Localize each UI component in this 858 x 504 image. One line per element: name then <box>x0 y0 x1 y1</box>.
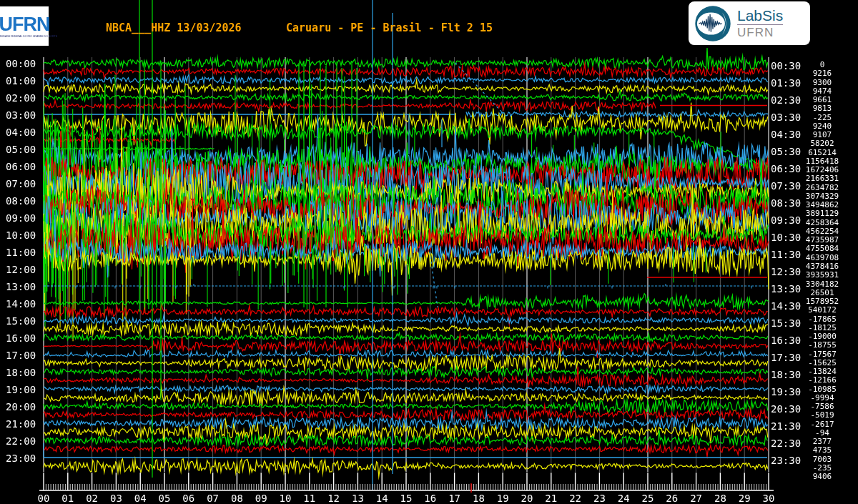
left-time-label: 21:00 <box>6 418 36 430</box>
amplitude-value: 2166331 <box>789 174 856 183</box>
amplitude-value: 9240 <box>789 122 856 131</box>
amplitude-value: -235 <box>789 463 856 473</box>
amplitude-value: -94 <box>789 428 856 438</box>
labsis-logo: LabSis UFRN <box>689 1 810 45</box>
minute-label: 09 <box>251 493 271 504</box>
amplitude-value: -7586 <box>789 402 856 411</box>
left-time-label: 10:00 <box>6 229 36 241</box>
minute-label: 13 <box>347 493 368 504</box>
amplitude-value: 1156418 <box>789 157 856 166</box>
ufrn-logo-caption: UNIVERSIDADE FEDERAL DO RIO GRANDE DO NO… <box>0 35 57 38</box>
minute-label: 28 <box>710 493 730 504</box>
minute-label: 22 <box>566 493 586 504</box>
minute-label: 21 <box>541 493 561 504</box>
helicorder-app: UFRN UNIVERSIDADE FEDERAL DO RIO GRANDE … <box>0 0 858 504</box>
amplitude-value: 1672406 <box>789 165 856 174</box>
minute-label: 19 <box>493 493 513 504</box>
minute-label: 08 <box>227 493 247 504</box>
left-time-label: 17:00 <box>6 350 36 361</box>
minute-label: 25 <box>638 493 658 504</box>
location-title: Caruaru - PE - Brasil - Flt 2 15 <box>286 21 493 34</box>
left-time-label: 13:00 <box>6 281 36 292</box>
left-time-label: 00:00 <box>6 58 36 69</box>
minute-label: 03 <box>106 493 126 504</box>
amplitude-value: -19000 <box>789 332 856 341</box>
labsis-seismogram-icon <box>694 5 731 42</box>
left-time-label: 12:00 <box>6 264 36 275</box>
amplitude-value: 9406 <box>789 472 856 481</box>
amplitude-value: 9107 <box>789 130 856 139</box>
left-time-label: 06:00 <box>6 161 36 172</box>
amplitude-value: 7003 <box>789 455 856 464</box>
minute-label: 02 <box>82 493 102 504</box>
amplitude-value: -18755 <box>789 340 856 350</box>
minute-label: 12 <box>324 493 344 504</box>
ufrn-logo-text: UFRN <box>0 15 50 34</box>
minute-label: 06 <box>179 493 199 504</box>
left-time-label: 19:00 <box>6 384 36 395</box>
left-time-label: 23:00 <box>6 453 36 464</box>
minute-label: 27 <box>686 493 706 504</box>
amplitude-value: 4378416 <box>789 262 856 271</box>
amplitude-value: 26501 <box>789 288 856 297</box>
amplitude-value: -17865 <box>789 315 856 324</box>
amplitude-value: 4639708 <box>789 253 856 262</box>
amplitude-value: 615214 <box>789 148 856 157</box>
amplitude-value: -2617 <box>789 420 856 429</box>
minute-label: 29 <box>734 493 754 504</box>
left-time-label: 07:00 <box>6 178 36 189</box>
minute-label: 24 <box>613 493 633 504</box>
amplitude-value: 3074329 <box>789 192 856 201</box>
amplitude-value: 4735987 <box>789 235 856 244</box>
minute-label: 30 <box>759 493 779 504</box>
left-time-label: 15:00 <box>6 315 36 327</box>
amplitude-value: 2634782 <box>789 183 856 192</box>
amplitude-value: 3494862 <box>789 200 856 209</box>
amplitude-value: -13824 <box>789 367 856 376</box>
amplitude-value: -15625 <box>789 358 856 367</box>
minute-label: 17 <box>445 493 465 504</box>
amplitude-value: -18125 <box>789 323 856 332</box>
left-time-label: 18:00 <box>6 367 36 378</box>
amplitude-value: 9813 <box>789 104 856 113</box>
left-time-label: 03:00 <box>6 109 36 121</box>
minute-label: 14 <box>372 493 392 504</box>
amplitude-value: 9300 <box>789 78 856 87</box>
minute-label: 16 <box>420 493 440 504</box>
left-time-label: 01:00 <box>6 75 36 87</box>
amplitude-value: 58202 <box>789 139 856 148</box>
amplitude-value: 540172 <box>789 305 856 315</box>
amplitude-value: -225 <box>789 113 856 122</box>
amplitude-value: -17567 <box>789 350 856 359</box>
amplitude-value: -5019 <box>789 410 856 420</box>
amplitude-value: 3891129 <box>789 209 856 218</box>
amplitude-value: 4258364 <box>789 218 856 227</box>
left-time-label: 20:00 <box>6 401 36 412</box>
left-time-label: 14:00 <box>6 298 36 310</box>
amplitude-value: 9474 <box>789 87 856 96</box>
minute-label: 05 <box>154 493 174 504</box>
amplitude-value: 3935931 <box>789 270 856 280</box>
labsis-logo-org: UFRN <box>737 26 783 39</box>
left-time-label: 05:00 <box>6 144 36 155</box>
amplitude-value: -9994 <box>789 393 856 402</box>
helicorder-plot[interactable] <box>0 0 858 504</box>
left-time-label: 09:00 <box>6 212 36 224</box>
amplitude-value: 4755084 <box>789 244 856 253</box>
minute-label: 26 <box>662 493 682 504</box>
amplitude-value: -10985 <box>789 385 856 394</box>
amplitude-value: 9216 <box>789 69 856 78</box>
minute-label: 23 <box>589 493 609 504</box>
minute-label: 18 <box>468 493 488 504</box>
left-time-label: 04:00 <box>6 127 36 138</box>
minute-label: 04 <box>130 493 150 504</box>
minute-label: 11 <box>300 493 320 504</box>
amplitude-value: 4735 <box>789 445 856 455</box>
ufrn-logo: UFRN UNIVERSIDADE FEDERAL DO RIO GRANDE … <box>0 6 49 46</box>
amplitude-value: 9661 <box>789 95 856 104</box>
minute-label: 20 <box>517 493 537 504</box>
amplitude-value: 4562254 <box>789 227 856 236</box>
left-time-label: 11:00 <box>6 247 36 258</box>
labsis-logo-name: LabSis <box>737 8 783 25</box>
minute-label: 15 <box>396 493 416 504</box>
